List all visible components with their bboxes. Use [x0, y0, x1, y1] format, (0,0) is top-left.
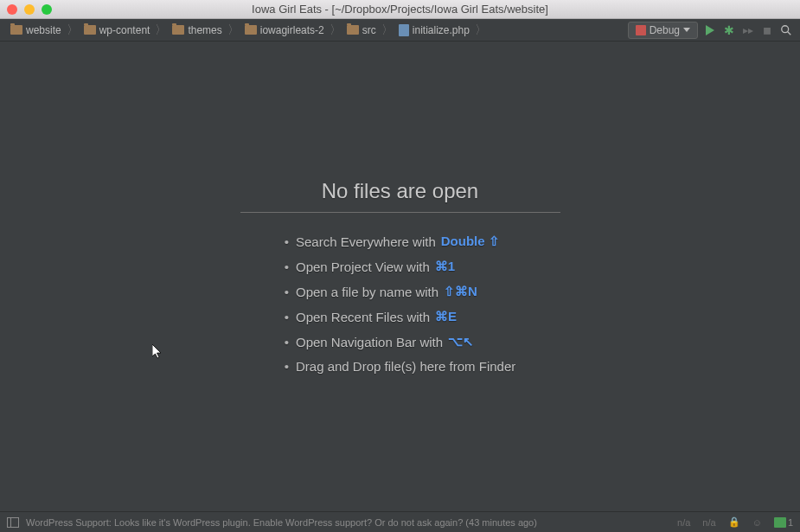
hint-text: Open Recent Files with: [296, 310, 430, 324]
run-configuration-selector[interactable]: Debug: [628, 22, 698, 39]
breadcrumb: website 〉 wp-content 〉 themes 〉 iowagirl…: [7, 22, 628, 38]
breadcrumb-label: website: [26, 24, 61, 36]
svg-line-1: [788, 31, 791, 35]
debug-button[interactable]: ✱: [722, 23, 736, 37]
breadcrumb-item[interactable]: wp-content: [80, 22, 154, 38]
breadcrumb-separator: 〉: [227, 22, 240, 38]
shortcut: ⌘E: [435, 309, 457, 324]
breadcrumb-separator: 〉: [155, 22, 167, 38]
breadcrumb-label: initialize.php: [413, 24, 470, 36]
breadcrumb-separator: 〉: [330, 22, 342, 38]
breadcrumb-item[interactable]: themes: [169, 22, 225, 38]
status-bar: WordPress Support: Looks like it's WordP…: [0, 511, 800, 532]
svg-point-0: [782, 25, 789, 32]
stop-button[interactable]: ◼: [760, 23, 774, 37]
minimize-window-button[interactable]: [24, 4, 35, 15]
badge-count: 1: [788, 517, 793, 528]
hint-item: •Open Project View with⌘1: [285, 259, 516, 274]
hint-text: Drag and Drop file(s) here from Finder: [296, 359, 515, 374]
breadcrumb-item[interactable]: initialize.php: [395, 22, 473, 38]
navigation-bar: website 〉 wp-content 〉 themes 〉 iowagirl…: [0, 19, 800, 42]
event-log-badge[interactable]: 1: [774, 517, 793, 528]
breadcrumb-item[interactable]: iowagirleats-2: [241, 22, 328, 38]
breadcrumb-label: wp-content: [99, 24, 150, 36]
breadcrumb-separator: 〉: [67, 22, 79, 38]
breadcrumb-item[interactable]: website: [7, 22, 65, 38]
status-indicator[interactable]: n/a: [677, 517, 690, 528]
folder-icon: [172, 25, 184, 35]
breadcrumb-separator: 〉: [381, 22, 394, 38]
run-configuration-label: Debug: [650, 24, 680, 36]
folder-icon: [347, 25, 359, 35]
tool-windows-toggle-button[interactable]: [7, 517, 19, 528]
debug-config-icon: [636, 25, 646, 35]
hint-item: •Open a file by name with⇧⌘N: [285, 284, 516, 299]
window-controls: [7, 4, 52, 15]
hint-item: •Open Navigation Bar with⌥↖: [285, 334, 516, 349]
search-icon: [780, 24, 792, 36]
search-button[interactable]: [779, 23, 793, 37]
titlebar: Iowa Girl Eats - [~/Dropbox/Projects/Iow…: [0, 0, 800, 19]
breadcrumb-label: iowagirleats-2: [260, 24, 324, 36]
hints-list: •Search Everywhere withDouble ⇧ •Open Pr…: [285, 234, 516, 374]
shortcut: ⇧⌘N: [444, 284, 477, 299]
hint-item: •Search Everywhere withDouble ⇧: [285, 234, 516, 249]
breadcrumb-label: src: [362, 24, 376, 36]
breadcrumb-item[interactable]: src: [343, 22, 380, 38]
zoom-window-button[interactable]: [42, 4, 52, 15]
badge-icon: [774, 517, 786, 528]
folder-icon: [10, 25, 22, 35]
chevron-down-icon: [683, 28, 690, 32]
folder-icon: [245, 25, 257, 35]
editor-empty-state[interactable]: No files are open •Search Everywhere wit…: [0, 42, 800, 511]
shortcut: Double ⇧: [441, 234, 500, 249]
hint-item: •Open Recent Files with⌘E: [285, 309, 516, 324]
hint-text: Open a file by name with: [296, 285, 438, 299]
lock-icon[interactable]: 🔒: [728, 516, 740, 528]
hint-text: Search Everywhere with: [296, 234, 436, 249]
run-button[interactable]: [703, 23, 717, 37]
hector-icon[interactable]: ☺: [752, 517, 762, 528]
toolbar-right: Debug ✱ ▸▸ ◼: [628, 22, 793, 39]
breadcrumb-separator: 〉: [475, 22, 487, 38]
hint-item: •Drag and Drop file(s) here from Finder: [285, 359, 516, 374]
shortcut: ⌥↖: [448, 334, 474, 349]
php-file-icon: [399, 24, 409, 36]
shortcut: ⌘1: [435, 259, 455, 274]
hint-text: Open Project View with: [296, 260, 430, 274]
close-window-button[interactable]: [7, 4, 17, 15]
status-message[interactable]: WordPress Support: Looks like it's WordP…: [26, 517, 537, 528]
status-indicator[interactable]: n/a: [702, 517, 715, 528]
folder-icon: [84, 25, 96, 35]
run-with-coverage-button[interactable]: ▸▸: [741, 23, 755, 37]
play-icon: [706, 25, 714, 35]
empty-heading: No files are open: [240, 179, 560, 213]
window-title: Iowa Girl Eats - [~/Dropbox/Projects/Iow…: [0, 3, 800, 16]
breadcrumb-label: themes: [188, 24, 221, 36]
hint-text: Open Navigation Bar with: [296, 335, 443, 349]
